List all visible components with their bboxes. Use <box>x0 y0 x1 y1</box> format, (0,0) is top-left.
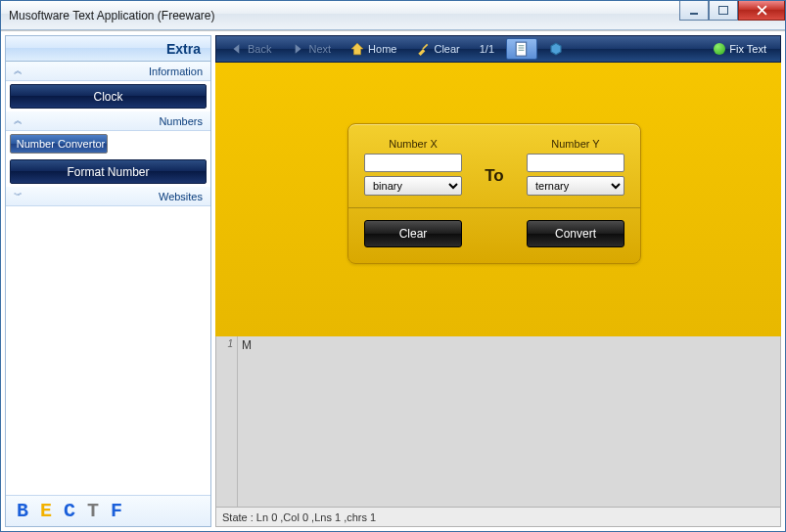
sidebar-section-numbers[interactable]: ︽ Numbers <box>6 111 210 131</box>
button-label: Clear <box>434 43 459 55</box>
button-label: Clock <box>93 90 122 104</box>
to-base-select[interactable]: ternary <box>527 176 624 196</box>
button-label: Fix Text <box>729 43 766 55</box>
sidebar-section-label: Websites <box>159 191 203 202</box>
status-bar: State : Ln 0 ,Col 0 ,Lns 1 ,chrs 1 <box>215 508 781 527</box>
client-area: Extra ︽ Information Clock ︽ Numbers Numb… <box>1 30 785 531</box>
main-area: Back Next Home <box>215 35 781 527</box>
button-label: Number Convertor <box>17 138 105 150</box>
number-y-input[interactable] <box>527 154 624 172</box>
close-icon <box>757 5 767 16</box>
footer-glyph-c[interactable]: C <box>59 500 80 522</box>
fix-text-button[interactable]: Fix Text <box>706 38 774 60</box>
number-x-input[interactable] <box>364 154 462 172</box>
card-clear-button[interactable]: Clear <box>364 220 462 247</box>
sidebar-section-label: Numbers <box>159 115 203 127</box>
format-number-button[interactable]: Format Number <box>10 159 207 184</box>
number-convertor-button[interactable]: Number Convertor <box>10 134 108 154</box>
number-x-label: Number X <box>389 138 438 150</box>
svg-marker-5 <box>551 43 561 55</box>
status-text: State : Ln 0 ,Col 0 ,Lns 1 ,chrs 1 <box>222 511 376 523</box>
page-text: 1/1 <box>480 43 494 55</box>
button-label: Next <box>308 43 331 55</box>
broom-icon <box>416 42 430 56</box>
document-icon <box>515 42 529 56</box>
card-divider <box>348 207 640 208</box>
number-y-label: Number Y <box>551 138 599 150</box>
sidebar-section-websites[interactable]: ︾ Websites <box>6 187 210 206</box>
clock-button[interactable]: Clock <box>10 84 207 109</box>
back-button[interactable]: Back <box>222 38 279 60</box>
gutter-line-number: 1 <box>216 338 233 349</box>
settings-button[interactable] <box>541 38 571 60</box>
chevron-up-icon: ︽ <box>14 114 23 127</box>
home-icon <box>350 42 364 56</box>
from-base-select[interactable]: binary <box>364 176 462 196</box>
footer-glyph-f[interactable]: F <box>106 500 127 522</box>
chevron-up-icon: ︽ <box>14 65 23 77</box>
home-button[interactable]: Home <box>343 38 404 60</box>
toolbar: Back Next Home <box>215 35 781 63</box>
footer-glyph-b[interactable]: B <box>12 500 33 522</box>
hex-icon <box>549 42 563 56</box>
button-label: Back <box>248 43 271 55</box>
sidebar-fill <box>6 206 210 495</box>
minimize-button[interactable] <box>679 1 709 21</box>
footer-glyph-t[interactable]: T <box>82 500 104 522</box>
svg-line-0 <box>423 44 428 49</box>
svg-rect-1 <box>516 42 526 56</box>
button-label: Home <box>368 43 396 55</box>
next-button[interactable]: Next <box>283 38 339 60</box>
text-editor: 1 M <box>215 336 781 508</box>
to-label: To <box>485 166 504 186</box>
button-label: Format Number <box>67 165 149 179</box>
sidebar-title: Extra <box>6 36 210 62</box>
card-convert-button[interactable]: Convert <box>527 220 624 247</box>
window-title: Musoftware Text Application (Freeware) <box>9 9 215 22</box>
clear-button[interactable]: Clear <box>408 38 467 60</box>
line-gutter: 1 <box>216 336 238 507</box>
chevron-down-icon: ︾ <box>14 190 23 202</box>
document-button[interactable] <box>506 38 537 60</box>
check-circle-icon <box>714 43 725 55</box>
window-controls <box>679 1 785 21</box>
page-indicator: 1/1 <box>472 38 502 60</box>
convertor-panel: Number X binary To Number Y ternary <box>215 63 781 336</box>
sidebar-section-information[interactable]: ︽ Information <box>6 62 210 81</box>
sidebar: Extra ︽ Information Clock ︽ Numbers Numb… <box>5 35 211 527</box>
arrow-left-icon <box>230 42 244 56</box>
maximize-button[interactable] <box>709 1 738 21</box>
sidebar-footer: B E C T F <box>6 495 210 526</box>
footer-glyph-e[interactable]: E <box>35 500 57 522</box>
titlebar: Musoftware Text Application (Freeware) <box>1 1 785 30</box>
close-button[interactable] <box>738 1 785 21</box>
app-window: Musoftware Text Application (Freeware) E… <box>0 0 786 532</box>
convertor-card: Number X binary To Number Y ternary <box>347 123 641 264</box>
text-content: M <box>242 338 252 352</box>
sidebar-section-label: Information <box>149 66 203 77</box>
arrow-right-icon <box>291 42 304 56</box>
text-pane[interactable]: M <box>238 336 780 507</box>
